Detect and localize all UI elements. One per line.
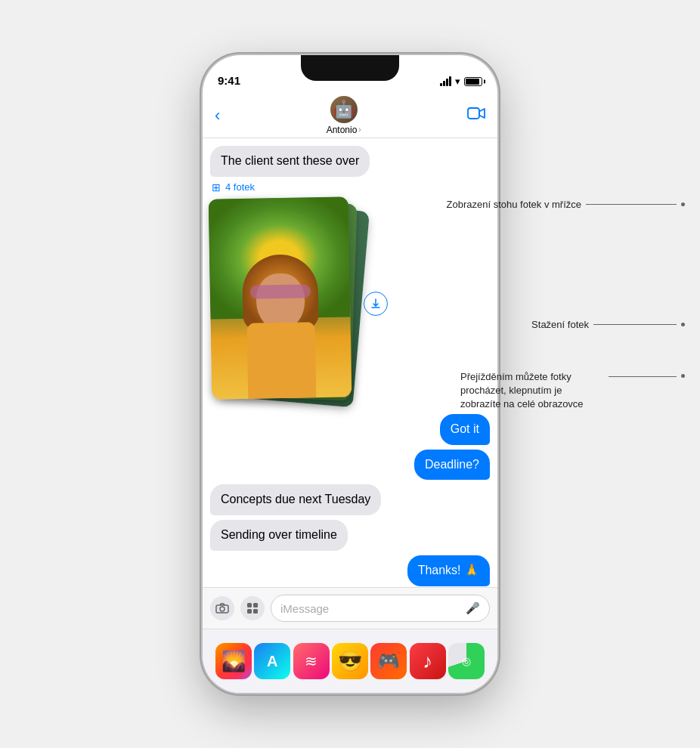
svg-rect-0 — [468, 108, 479, 119]
drawer-app-soundhound[interactable]: ≋ — [293, 643, 330, 679]
message-row: Thanks! 🙏 — [210, 555, 490, 586]
input-placeholder: iMessage — [280, 602, 329, 615]
message-row: Deadline? — [210, 450, 490, 481]
svg-point-2 — [220, 607, 225, 611]
photo-stack-row: ⊞ 4 fotek — [210, 181, 490, 410]
woman-glasses — [249, 284, 310, 298]
message-text: Thanks! 🙏 — [418, 564, 479, 576]
app-drawer: 🌄 A ≋ 😎 🎮 ♪ ◎ — [203, 629, 497, 693]
annotation-grid-dot — [681, 202, 685, 206]
drawer-app-fitness[interactable]: ◎ — [448, 643, 485, 679]
avatar: 🤖 — [330, 96, 358, 123]
bubble-received[interactable]: Concepts due next Tuesday — [210, 484, 381, 515]
woman-figure — [226, 231, 335, 399]
photo-stack-container[interactable]: ⊞ 4 fotek — [210, 181, 361, 410]
message-row: Sending over timeline — [210, 520, 490, 551]
message-text: Got it — [451, 422, 479, 435]
notch — [301, 55, 399, 81]
woman-photo — [209, 196, 352, 399]
iphone-frame: 9:41 ▾ ‹ 🤖 Ant — [203, 55, 497, 693]
battery-fill — [466, 79, 479, 85]
bubble-received[interactable]: Sending over timeline — [210, 520, 348, 551]
apps-button[interactable] — [240, 596, 265, 620]
photo-count-row: ⊞ 4 fotek — [210, 181, 361, 193]
message-text: Sending over timeline — [221, 528, 337, 541]
video-call-button[interactable] — [467, 107, 485, 124]
drawer-app-photos[interactable]: 🌄 — [215, 643, 252, 679]
bubble-sent[interactable]: Got it — [440, 414, 490, 445]
contact-name-text: Antonio — [327, 125, 358, 135]
messages-area: The client sent these over ⊞ 4 fotek — [203, 138, 497, 587]
status-icons: ▾ — [440, 76, 482, 87]
svg-rect-5 — [247, 609, 252, 614]
status-time: 9:41 — [218, 74, 240, 87]
annotation-swipe-line — [609, 376, 677, 377]
woman-shirt — [246, 322, 316, 399]
drawer-app-memoji[interactable]: 😎 — [332, 643, 368, 679]
svg-rect-6 — [253, 609, 258, 614]
annotation-download-dot — [681, 323, 685, 326]
back-button[interactable]: ‹ — [215, 106, 220, 125]
annotation-download-line — [593, 324, 677, 325]
message-text: Deadline? — [425, 458, 479, 471]
message-row: The client sent these over — [210, 146, 490, 177]
scene: 9:41 ▾ ‹ 🤖 Ant — [0, 0, 700, 748]
photo-stack-wrapper[interactable] — [210, 198, 361, 410]
input-bar: iMessage 🎤 — [203, 587, 497, 629]
contact-info[interactable]: 🤖 Antonio › — [327, 96, 361, 135]
svg-rect-4 — [253, 603, 258, 607]
bubble-sent[interactable]: Thanks! 🙏 — [407, 555, 490, 586]
mic-icon[interactable]: 🎤 — [466, 601, 480, 615]
photo-card-front[interactable] — [209, 196, 352, 399]
battery-icon — [464, 77, 482, 86]
message-text: Concepts due next Tuesday — [221, 493, 370, 505]
chevron-right-icon: › — [358, 125, 361, 134]
svg-rect-3 — [247, 603, 252, 607]
contact-name-row: Antonio › — [327, 125, 361, 135]
annotation-download-text: Stažení fotek — [531, 319, 589, 330]
camera-button[interactable] — [210, 596, 234, 620]
message-input[interactable]: iMessage 🎤 — [271, 595, 490, 622]
drawer-app-appstore[interactable]: A — [254, 643, 290, 679]
download-button[interactable] — [364, 292, 388, 316]
annotation-grid-line — [586, 204, 677, 205]
photo-count-text: 4 fotek — [225, 181, 255, 193]
message-text: The client sent these over — [221, 154, 359, 167]
nav-header: ‹ 🤖 Antonio › — [203, 93, 497, 138]
annotation-swipe-dot — [681, 374, 685, 378]
bubble-received[interactable]: The client sent these over — [210, 146, 370, 177]
signal-bars — [440, 76, 451, 86]
drawer-app-game[interactable]: 🎮 — [370, 643, 407, 679]
bubble-sent[interactable]: Deadline? — [414, 450, 490, 481]
message-row: Concepts due next Tuesday — [210, 484, 490, 515]
wifi-icon: ▾ — [455, 76, 460, 87]
annotation-download: Stažení fotek — [531, 319, 685, 330]
grid-icon: ⊞ — [212, 181, 221, 193]
drawer-app-music[interactable]: ♪ — [410, 643, 446, 679]
message-row: Got it — [210, 414, 490, 445]
